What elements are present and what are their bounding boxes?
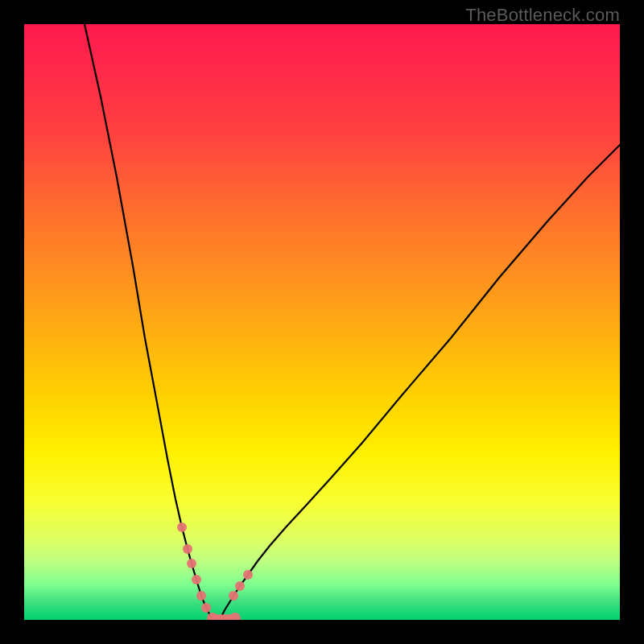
marker-dot	[243, 570, 253, 580]
marker-dot	[183, 544, 192, 554]
marker-dot	[187, 559, 196, 568]
marker-dot	[196, 591, 206, 601]
marker-dot	[192, 575, 201, 584]
plot-area	[24, 24, 620, 620]
watermark-text: TheBottleneck.com	[465, 5, 620, 26]
marker-dot	[201, 603, 211, 613]
marker-dots	[177, 522, 253, 620]
marker-dot	[229, 591, 238, 601]
marker-dot	[235, 581, 245, 591]
marker-dot	[229, 613, 241, 620]
right-curve	[221, 145, 620, 620]
left-curve	[85, 24, 213, 620]
chart-svg	[24, 24, 620, 620]
marker-dot	[177, 522, 187, 532]
outer-frame: TheBottleneck.com	[0, 0, 644, 644]
